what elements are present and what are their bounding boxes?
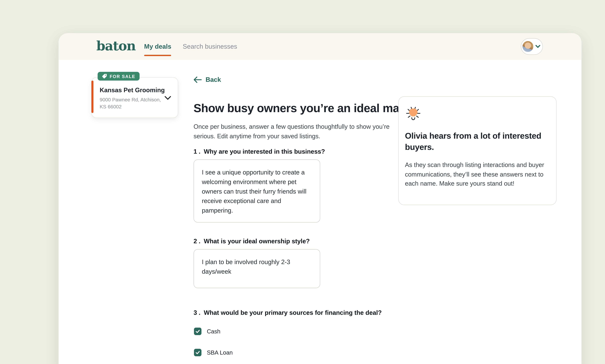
question-2-number: 2 .	[194, 237, 200, 245]
account-menu-button[interactable]	[521, 38, 543, 55]
tab-my-deals[interactable]: My deals	[144, 43, 171, 50]
question-3-label: 3 .What would be your primary sources fo…	[194, 309, 382, 316]
baton-logo[interactable]: baton	[96, 38, 135, 53]
question-2-answer-input[interactable]: I plan to be involved roughly 2-3 days/w…	[194, 249, 320, 288]
back-button[interactable]: Back	[194, 76, 221, 83]
question-1-number: 1 .	[194, 148, 200, 155]
app-window: baton My deals Search businesses FOR SAL…	[59, 33, 581, 364]
question-2-text: What is your ideal ownership style?	[204, 237, 310, 245]
page-title: Show busy owners you’re an ideal match	[194, 102, 416, 115]
avatar	[523, 41, 533, 52]
question-3-number: 3 .	[194, 309, 200, 316]
question-1-label: 1 .Why are you interested in this busine…	[194, 148, 325, 155]
back-label: Back	[206, 76, 221, 83]
question-3-text: What would be your primary sources for f…	[204, 309, 382, 316]
question-1-answer-input[interactable]: I see a unique opportunity to create a w…	[194, 159, 320, 222]
listing-accent-bar	[91, 80, 93, 113]
address-line-2: KS 66002	[100, 104, 122, 109]
chevron-down-icon[interactable]	[164, 96, 171, 100]
lightbulb-icon	[405, 106, 421, 121]
address-line-1: 9000 Pawnee Rd, Atchison,	[100, 97, 161, 103]
intro-text: Once per business, answer a few question…	[194, 122, 391, 141]
for-sale-badge: FOR SALE	[98, 72, 140, 80]
listing-selector-card[interactable]: Kansas Pet Grooming 9000 Pawnee Rd, Atch…	[91, 77, 178, 118]
tip-panel: Olivia hears from a lot of interested bu…	[398, 96, 557, 205]
question-1-text: Why are you interested in this business?	[204, 148, 325, 155]
question-2-label: 2 .What is your ideal ownership style?	[194, 237, 310, 245]
tip-body: As they scan through listing interaction…	[405, 160, 545, 188]
tip-title: Olivia hears from a lot of interested bu…	[405, 130, 545, 153]
checkbox-sba-loan[interactable]	[194, 349, 201, 356]
for-sale-badge-label: FOR SALE	[110, 74, 135, 79]
checkbox-row-cash[interactable]: Cash	[194, 328, 221, 335]
business-name: Kansas Pet Grooming	[100, 86, 178, 93]
checkbox-cash-label: Cash	[207, 328, 220, 335]
checkbox-sba-loan-label: SBA Loan	[207, 349, 233, 356]
checkbox-cash[interactable]	[194, 328, 201, 335]
checkbox-row-sba-loan[interactable]: SBA Loan	[194, 349, 233, 356]
check-icon	[195, 329, 200, 334]
business-address: 9000 Pawnee Rd, Atchison, KS 66002	[100, 96, 162, 110]
arrow-left-icon	[194, 77, 202, 83]
page: baton My deals Search businesses FOR SAL…	[0, 0, 605, 364]
top-nav-bar: baton My deals Search businesses	[59, 33, 581, 60]
tab-search-businesses[interactable]: Search businesses	[183, 43, 237, 50]
check-icon	[195, 350, 200, 355]
tag-icon	[102, 74, 107, 79]
chevron-down-icon	[535, 45, 540, 48]
